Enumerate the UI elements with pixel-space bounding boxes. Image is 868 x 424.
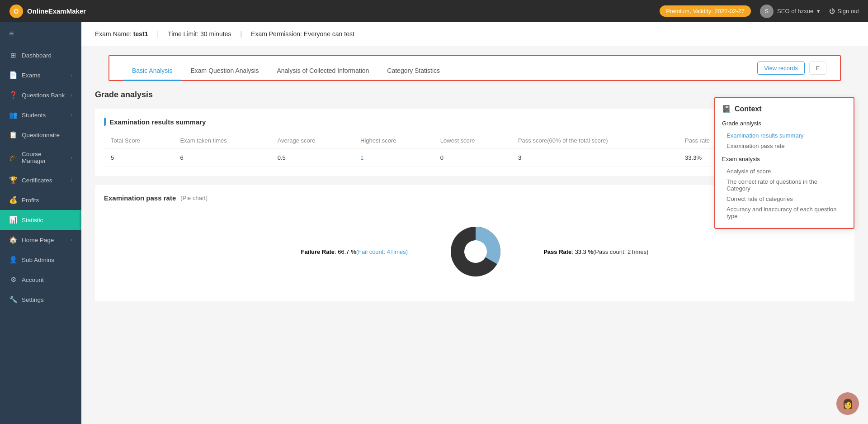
filter-button[interactable]: F	[809, 62, 826, 75]
context-item-examination-results-summary[interactable]: Examination results summary	[722, 130, 847, 141]
logo: O OnlineExamMaker	[9, 4, 86, 19]
sidebar-item-account[interactable]: ⚙ Account	[0, 270, 81, 290]
sign-out-icon: ⏻	[829, 8, 835, 14]
notebook-icon: 📓	[722, 105, 731, 113]
exam-name-value: test1	[133, 30, 148, 38]
pie-svg	[444, 220, 507, 283]
pie-center	[464, 240, 487, 263]
pass-rate-title-text: Examination pass rate	[104, 194, 176, 202]
table-column-header: Pass score(60% of the total score)	[511, 133, 678, 149]
context-exam-label: Exam analysis	[722, 156, 847, 162]
table-column-header: Total Score	[104, 133, 173, 149]
failure-rate-text: Failure Rate: 66.7 %(Fail count: 4Times)	[301, 248, 408, 255]
time-limit-value: 30 minutes	[200, 30, 231, 38]
sidebar-icon-statistic: 📊	[9, 216, 17, 224]
sidebar-icon-settings: 🔧	[9, 295, 17, 304]
table-cell: 5	[104, 149, 173, 167]
sidebar-label-certificates: Certificates	[22, 177, 52, 184]
pass-count: 2Times	[627, 248, 646, 255]
table-cell: 6	[173, 149, 270, 167]
context-item-analysis-of-score[interactable]: Analysis of score	[722, 166, 847, 176]
user-avatar-large[interactable]: 👩	[836, 392, 859, 415]
separator-2: |	[240, 30, 242, 38]
user-info[interactable]: S SEO of hzxue ▾	[760, 5, 820, 18]
context-item-correct-rate-categories[interactable]: Correct rate of categories	[722, 194, 847, 204]
sidebar-icon-students: 👥	[9, 111, 17, 119]
main-layout: ≡ ⊞ Dashboard 📄 Exams › ❓ Questions Bank…	[0, 22, 868, 424]
table-cell: 3	[511, 149, 678, 167]
avatar: S	[760, 5, 774, 18]
chevron-right-icon: ›	[71, 178, 72, 183]
svg-text:O: O	[14, 8, 19, 15]
sidebar-label-dashboard: Dashboard	[22, 52, 52, 59]
tab-basic-analysis[interactable]: Basic Analysis	[123, 62, 181, 81]
sidebar-label-home-page: Home Page	[22, 237, 54, 243]
sidebar-item-statistic[interactable]: 📊 Statistic	[0, 210, 81, 230]
table-column-header: Exam taken times	[173, 133, 270, 149]
sidebar-item-certificates[interactable]: 🏆 Certificates ›	[0, 170, 81, 190]
time-limit-label: Time Limit: 30 minutes	[168, 30, 231, 38]
sidebar-label-questionnaire: Questionnaire	[22, 132, 60, 138]
failure-label: Failure Rate: 66.7 %(Fail count: 4Times)	[301, 248, 408, 255]
sidebar-label-students: Students	[22, 112, 46, 119]
permission-value: Everyone can test	[304, 30, 354, 38]
sidebar-icon-sub-admins: 👤	[9, 256, 17, 264]
sidebar-icon-dashboard: ⊞	[9, 51, 17, 59]
table-cell: 0.5	[271, 149, 354, 167]
fail-count: 4Times	[387, 248, 406, 255]
table-column-header: Lowest score	[434, 133, 511, 149]
sidebar-icon-certificates: 🏆	[9, 176, 17, 184]
table-column-header: Average score	[271, 133, 354, 149]
pass-rate-display: 33.3 %	[575, 248, 593, 255]
tabs-wrapper: Basic AnalysisExam Question AnalysisAnal…	[81, 55, 868, 81]
sidebar-item-exams[interactable]: 📄 Exams ›	[0, 65, 81, 85]
context-item-examination-pass-rate[interactable]: Examination pass rate	[722, 141, 847, 151]
pass-rate-subtitle: (Pie chart)	[180, 195, 208, 201]
tab-analysis-collected[interactable]: Analysis of Collected Information	[268, 62, 378, 81]
sidebar-label-profits: Profits	[22, 197, 39, 204]
context-title-text: Context	[735, 105, 762, 113]
sidebar-item-course-manager[interactable]: 🎓 Course Manager ›	[0, 145, 81, 170]
sidebar-label-questions-bank: Questions Bank	[22, 92, 65, 99]
sidebar-icon-exams: 📄	[9, 71, 17, 79]
tab-category-statistics[interactable]: Category Statistics	[378, 62, 449, 81]
chevron-right-icon: ›	[71, 73, 72, 78]
topbar: O OnlineExamMaker Premium, Validity: 202…	[0, 0, 868, 22]
sidebar-item-profits[interactable]: 💰 Profits	[0, 190, 81, 210]
sidebar-item-questions-bank[interactable]: ❓ Questions Bank ›	[0, 85, 81, 105]
context-panel-title: 📓 Context	[722, 105, 847, 113]
table-cell: 1	[354, 149, 434, 167]
sign-out-button[interactable]: ⏻ Sign out	[829, 8, 859, 14]
sidebar-item-settings[interactable]: 🔧 Settings	[0, 290, 81, 310]
pass-rate-text: Pass Rate: 33.3 %(Pass count: 2Times)	[543, 248, 648, 255]
context-item-accuracy-inaccuracy[interactable]: Accuracy and inaccuracy of each question…	[722, 204, 847, 221]
sidebar-label-course-manager: Course Manager	[22, 151, 66, 164]
chevron-right-icon: ›	[71, 155, 72, 160]
exam-name-label: Exam Name: test1	[95, 30, 148, 38]
sidebar-label-account: Account	[22, 276, 44, 283]
chevron-right-icon: ›	[71, 93, 72, 98]
sidebar-label-statistic: Statistic	[22, 217, 43, 224]
failure-rate-value: 66.7 %	[338, 248, 356, 255]
content-area: Exam Name: test1 | Time Limit: 30 minute…	[81, 22, 868, 424]
results-title-text: Examination results summary	[109, 118, 206, 126]
sidebar-label-settings: Settings	[22, 296, 44, 303]
chevron-down-icon: ▾	[817, 8, 820, 14]
sidebar-icon-profits: 💰	[9, 196, 17, 204]
logo-icon: O	[9, 4, 24, 19]
sidebar-item-home-page[interactable]: 🏠 Home Page ›	[0, 230, 81, 250]
logo-text: OnlineExamMaker	[27, 7, 86, 15]
tab-exam-question-analysis[interactable]: Exam Question Analysis	[181, 62, 268, 81]
context-grade-label: Grade analysis	[722, 120, 847, 127]
sidebar-item-questionnaire[interactable]: 📋 Questionnaire	[0, 125, 81, 145]
chevron-right-icon: ›	[71, 238, 72, 243]
exam-info-bar: Exam Name: test1 | Time Limit: 30 minute…	[81, 22, 868, 46]
view-records-button[interactable]: View records	[757, 62, 805, 75]
table-column-header: Highest score	[354, 133, 434, 149]
sidebar-item-dashboard[interactable]: ⊞ Dashboard	[0, 45, 81, 65]
sidebar-item-sub-admins[interactable]: 👤 Sub Admins	[0, 250, 81, 270]
context-item-correct-rate-questions[interactable]: The correct rate of questions in the Cat…	[722, 176, 847, 194]
sidebar-item-students[interactable]: 👥 Students ›	[0, 105, 81, 125]
chevron-right-icon: ›	[71, 113, 72, 118]
menu-toggle[interactable]: ≡	[0, 22, 81, 45]
